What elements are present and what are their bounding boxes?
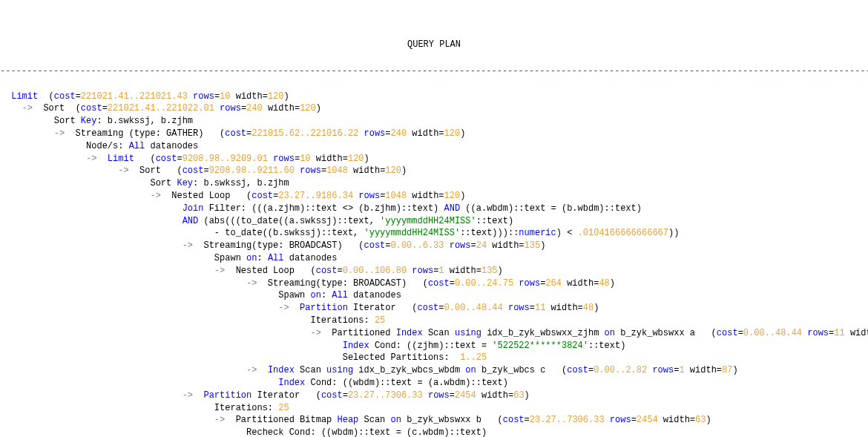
token: width= <box>487 240 524 251</box>
plan-line: -> Sort (cost=9208.98..9211.60 rows=1048… <box>6 165 868 177</box>
token: width= <box>444 266 481 276</box>
token: cost <box>251 191 273 201</box>
token: on <box>246 253 257 263</box>
token <box>188 91 193 102</box>
plan-line: -> Streaming(type: BROADCAST) (cost=0.00… <box>6 240 868 252</box>
token: Recheck Cond: ((wbdm)::text = (c.wbdm)::… <box>246 427 487 437</box>
token: AND <box>183 216 199 226</box>
token: 0.00..2.82 <box>594 365 647 375</box>
token: -> <box>246 365 257 375</box>
token: 221015.62..221016.22 <box>251 128 358 139</box>
token: 120 <box>268 91 284 102</box>
token: 1048 <box>385 191 407 201</box>
token: 11 <box>535 303 545 313</box>
token: width= <box>407 128 444 139</box>
token: Sort ( <box>33 103 81 114</box>
token <box>503 303 508 313</box>
token: Index <box>278 378 305 388</box>
token: Limit <box>108 154 134 164</box>
token: rows <box>508 303 530 313</box>
token: width= <box>545 303 582 313</box>
token: 63 <box>513 390 524 401</box>
token <box>444 240 450 251</box>
token: ) <box>594 303 599 313</box>
separator-line: ----------------------------------------… <box>0 65 868 78</box>
plan-line: - to_date((b.swkssj)::text, 'yyyymmddHH2… <box>6 227 868 240</box>
token: Heap <box>338 415 359 425</box>
token: rows <box>519 278 540 289</box>
token: datanodes <box>145 141 198 151</box>
token: 135 <box>481 266 498 276</box>
token: Spawn <box>214 253 246 263</box>
plan-line: Limit (cost=221021.41..221021.43 rows=10… <box>6 91 868 103</box>
plan-line: -> Streaming (type: GATHER) (cost=221015… <box>6 128 868 140</box>
token: width= <box>348 165 385 176</box>
token: ) <box>498 266 503 276</box>
token: idx_b_zyk_wbswxx_zjhm <box>481 328 605 338</box>
token: Selected Partitions: <box>343 352 460 363</box>
token: 0.00..48.44 <box>444 303 503 313</box>
token: = <box>631 415 637 425</box>
token: width= <box>231 91 268 102</box>
token: width= <box>685 365 722 375</box>
plan-line: Index Cond: ((wbdm)::text = (a.wbdm)::te… <box>6 377 868 390</box>
plan-line: -> Partition Iterator (cost=23.27..7306.… <box>6 390 868 402</box>
token: '522522******3824' <box>492 341 588 351</box>
token: Key <box>81 116 97 126</box>
token: Index <box>343 341 369 351</box>
token: ) <box>316 103 321 114</box>
token: rows <box>610 415 631 425</box>
plan-line: -> Sort (cost=221021.41..221022.01 rows=… <box>6 102 868 115</box>
token: 23.27..9186.34 <box>278 191 353 201</box>
token: ) <box>401 165 407 176</box>
token: rows <box>428 390 450 401</box>
token: cost <box>503 415 525 425</box>
token: -> <box>54 128 65 139</box>
token: )) <box>668 228 679 238</box>
token: 135 <box>525 240 541 251</box>
token: 120 <box>385 165 401 176</box>
token: width= <box>407 191 444 201</box>
token: .0104166666666667 <box>578 228 668 238</box>
plan-line: Node/s: All datanodes <box>6 140 868 153</box>
token: cost <box>183 165 204 176</box>
plan-line: Join Filter: (((a.zjhm)::text <> (b.zjhm… <box>6 203 868 215</box>
token: Scan <box>423 328 455 338</box>
token: -> <box>183 390 193 401</box>
token: 1 <box>679 365 684 375</box>
token: 25 <box>278 403 289 413</box>
token: All <box>129 141 145 151</box>
token: ::text) <box>588 341 625 351</box>
token: -> <box>86 154 96 164</box>
token: numeric <box>519 228 556 238</box>
plan-line: AND (abs(((to_date((a.swkssj)::text, 'yy… <box>6 215 868 228</box>
token: cost <box>364 240 385 251</box>
token: b_zyk_wbcs c ( <box>476 365 567 375</box>
token: 120 <box>444 128 461 139</box>
token: rows <box>807 328 829 338</box>
token: ) <box>284 91 289 102</box>
token: ) <box>610 278 615 289</box>
token: Index <box>268 365 295 375</box>
token: rows <box>358 191 380 201</box>
token: 48 <box>599 278 609 289</box>
token: 11 <box>834 328 844 338</box>
token: cost <box>567 365 588 375</box>
header-title: QUERY PLAN <box>0 37 868 53</box>
token: ) < <box>556 228 578 238</box>
token: 0.00..106.80 <box>343 266 407 276</box>
token: on <box>391 415 401 425</box>
token: 10 <box>220 91 230 102</box>
plan-line: Spawn on: All datanodes <box>6 252 868 265</box>
token: cost <box>428 278 450 289</box>
token: = <box>385 240 390 251</box>
token: 1048 <box>326 165 348 176</box>
token: Partitioned Bitmap <box>225 415 337 425</box>
token: Iterations: <box>310 315 374 326</box>
token: using <box>455 328 481 338</box>
token: 9208.98..9211.60 <box>209 165 295 176</box>
token: Streaming(type: BROADCAST) ( <box>257 278 427 289</box>
token <box>257 365 267 375</box>
token: = <box>525 415 530 425</box>
token: Nested Loop ( <box>225 266 315 276</box>
